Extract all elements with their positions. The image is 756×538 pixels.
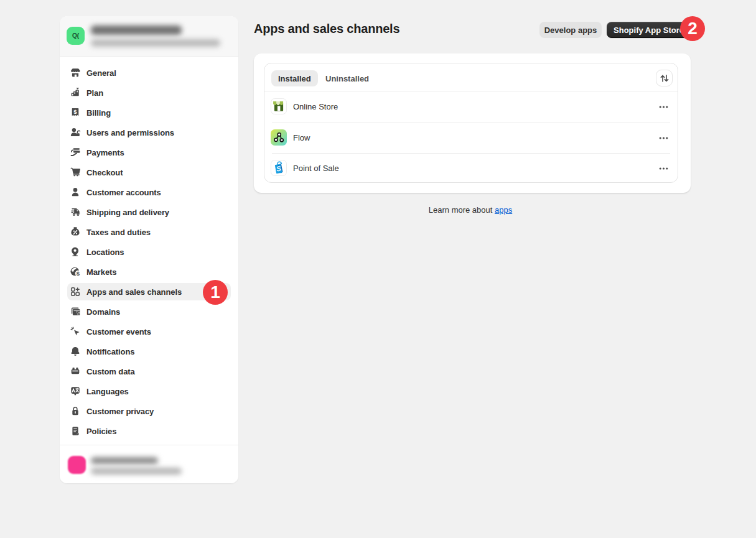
svg-text:$: $ <box>73 108 77 115</box>
svg-text:$: $ <box>77 270 80 277</box>
